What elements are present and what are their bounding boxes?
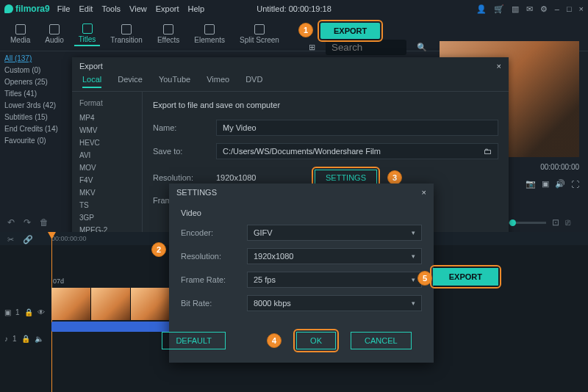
cat-favourite[interactable]: Favourite (0) bbox=[4, 135, 68, 147]
export-close-icon[interactable]: × bbox=[497, 62, 501, 70]
lock-icon[interactable]: 🔒 bbox=[21, 335, 30, 343]
cat-all[interactable]: All (137) bbox=[4, 53, 68, 65]
fmt-wmv[interactable]: WMV bbox=[72, 124, 142, 137]
encoder-select[interactable]: GIFV▾ bbox=[247, 225, 422, 241]
folder-icon[interactable]: 🗀 bbox=[484, 147, 492, 156]
track-video-icon: ▣ bbox=[4, 308, 11, 316]
export-dialog-title: Export bbox=[79, 62, 103, 70]
cart-icon[interactable]: 🛒 bbox=[494, 4, 504, 14]
redo-icon[interactable]: ↷ bbox=[24, 217, 31, 228]
grid-icon[interactable]: ⊞ bbox=[309, 43, 315, 52]
markin-icon[interactable]: ▣ bbox=[542, 179, 549, 189]
default-button[interactable]: DEFAULT bbox=[162, 332, 226, 349]
cat-custom[interactable]: Custom (0) bbox=[4, 65, 68, 76]
lock-icon[interactable]: 🔒 bbox=[24, 308, 33, 316]
app-logo: filmora9 bbox=[4, 4, 50, 14]
menu-file[interactable]: File bbox=[57, 4, 71, 13]
export-tab-dvd[interactable]: DVD bbox=[245, 75, 262, 88]
chevron-down-icon: ▾ bbox=[412, 229, 415, 236]
fmt-mkv[interactable]: MKV bbox=[72, 186, 142, 199]
window-max[interactable]: □ bbox=[567, 4, 572, 13]
undo-icon[interactable]: ↶ bbox=[7, 217, 15, 228]
step-3-badge: 3 bbox=[387, 170, 402, 185]
transition-icon bbox=[121, 24, 132, 35]
window-min[interactable]: – bbox=[555, 4, 559, 13]
preview-timecode: 00:00:00:00 bbox=[540, 163, 579, 171]
mixer-icon[interactable]: ⎚ bbox=[565, 217, 570, 228]
saveto-input[interactable]: C:/Users/WS/Documents/Wondershare Film 🗀 bbox=[216, 143, 498, 159]
cat-lower3[interactable]: Lower 3rds (42) bbox=[4, 100, 68, 112]
tab-split-screen[interactable]: Split Screen bbox=[235, 23, 284, 46]
clip-label: 07d bbox=[53, 277, 64, 285]
zoom-thumb[interactable] bbox=[509, 219, 516, 226]
fmt-f4v[interactable]: F4V bbox=[72, 174, 142, 186]
fmt-3gp[interactable]: 3GP bbox=[72, 211, 142, 224]
search-input[interactable] bbox=[326, 40, 406, 55]
name-label: Name: bbox=[153, 123, 209, 132]
link-icon[interactable]: 🔗 bbox=[23, 235, 33, 244]
saveto-value: C:/Users/WS/Documents/Wondershare Film bbox=[223, 147, 381, 156]
export-heading: Export to file and save on computer bbox=[153, 101, 498, 109]
ok-button[interactable]: OK bbox=[296, 332, 336, 349]
timeline-tools-left: ↶ ↷ 🗑 bbox=[7, 217, 49, 228]
cat-subtitles[interactable]: Subtitles (15) bbox=[4, 112, 68, 123]
export-tab-local[interactable]: Local bbox=[82, 75, 101, 88]
name-input[interactable] bbox=[216, 120, 498, 136]
category-sidebar: All (137) Custom (0) Openers (25) Titles… bbox=[4, 53, 68, 147]
clip-thumb bbox=[51, 288, 91, 320]
tab-media[interactable]: Media bbox=[6, 23, 35, 46]
delete-icon[interactable]: 🗑 bbox=[40, 217, 49, 228]
user-icon[interactable]: 👤 bbox=[476, 4, 487, 14]
search-icon[interactable]: 🔍 bbox=[417, 43, 427, 52]
chevron-down-icon: ▾ bbox=[412, 253, 415, 260]
export-tab-device[interactable]: Device bbox=[118, 75, 143, 88]
modal-br-select[interactable]: 8000 kbps▾ bbox=[247, 295, 422, 311]
menu-edit[interactable]: Edit bbox=[79, 4, 93, 13]
window-close[interactable]: × bbox=[579, 4, 584, 13]
track-video-num: 1 bbox=[15, 308, 20, 316]
cancel-button[interactable]: CANCEL bbox=[351, 332, 412, 349]
modal-res-label: Resolution: bbox=[181, 252, 247, 261]
settings-modal-close-icon[interactable]: × bbox=[422, 188, 426, 197]
fmt-mov[interactable]: MOV bbox=[72, 161, 142, 174]
fmt-mp4[interactable]: MP4 bbox=[72, 112, 142, 124]
cat-endcredits[interactable]: End Credits (14) bbox=[4, 123, 68, 135]
tab-transition[interactable]: Transition bbox=[106, 23, 147, 46]
settings-icon[interactable]: ⚙ bbox=[540, 4, 548, 14]
encoder-label: Encoder: bbox=[181, 228, 247, 237]
library-icon[interactable]: ▥ bbox=[512, 4, 519, 14]
tab-titles[interactable]: Titles bbox=[74, 22, 101, 46]
settings-modal: SETTINGS × Video Encoder: GIFV▾ Resoluti… bbox=[169, 184, 434, 363]
cat-titles[interactable]: Titles (41) bbox=[4, 88, 68, 100]
mute-icon[interactable]: 🔈 bbox=[35, 335, 43, 343]
modal-res-select[interactable]: 1920x1080▾ bbox=[247, 248, 422, 264]
tab-elements[interactable]: Elements bbox=[190, 23, 229, 46]
fullscreen-icon[interactable]: ⛶ bbox=[571, 180, 579, 189]
volume-icon[interactable]: 🔊 bbox=[555, 179, 565, 189]
mail-icon[interactable]: ✉ bbox=[526, 4, 533, 14]
menu-help[interactable]: Help bbox=[188, 4, 205, 13]
fmt-avi[interactable]: AVI bbox=[72, 149, 142, 161]
export-tab-vimeo[interactable]: Vimeo bbox=[207, 75, 229, 88]
top-export-button[interactable]: EXPORT bbox=[320, 23, 380, 39]
menu-view[interactable]: View bbox=[129, 4, 147, 13]
export-tab-youtube[interactable]: YouTube bbox=[159, 75, 190, 88]
step-1-badge: 1 bbox=[298, 23, 313, 37]
menu-export[interactable]: Export bbox=[156, 4, 179, 13]
split-icon[interactable]: ✂ bbox=[7, 235, 14, 244]
fmt-ts[interactable]: TS bbox=[72, 199, 142, 211]
window-title: Untitled: 00:00:19:18 bbox=[257, 4, 331, 13]
zoom-fit-icon[interactable]: ⊡ bbox=[552, 217, 559, 228]
modal-fr-select[interactable]: 25 fps▾ bbox=[247, 272, 422, 288]
logo-icon bbox=[4, 4, 13, 13]
tab-audio[interactable]: Audio bbox=[40, 23, 68, 46]
clip-thumb bbox=[91, 288, 131, 320]
audio-track-header: ♪ 1 🔒 🔈 bbox=[4, 335, 43, 343]
cat-openers[interactable]: Openers (25) bbox=[4, 76, 68, 88]
tab-effects[interactable]: Effects bbox=[153, 23, 184, 46]
eye-icon[interactable]: 👁 bbox=[37, 308, 45, 316]
snapshot-icon[interactable]: 📷 bbox=[526, 179, 536, 189]
fmt-hevc[interactable]: HEVC bbox=[72, 137, 142, 149]
res-value: 1920x1080 bbox=[216, 173, 304, 182]
menu-tools[interactable]: Tools bbox=[101, 4, 121, 13]
